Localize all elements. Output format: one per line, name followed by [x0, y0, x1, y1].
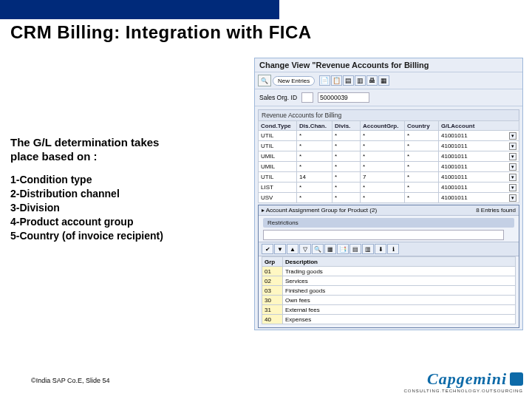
table-cell: * — [297, 183, 332, 193]
sheet2-icon[interactable]: ▤ — [349, 244, 361, 254]
value-help-icon[interactable]: ▾ — [509, 194, 516, 202]
table-cell: * — [405, 193, 439, 203]
table-row[interactable]: 03Finished goods — [262, 286, 516, 296]
layout-icon[interactable]: ▥ — [362, 244, 374, 254]
table-cell: * — [332, 193, 361, 203]
spade-icon — [510, 372, 523, 386]
list-item: 5-Country (of invoice recipient) — [10, 229, 195, 243]
table-cell: * — [405, 141, 439, 151]
new-entries-button[interactable]: New Entries — [273, 76, 315, 86]
table-cell: * — [332, 141, 361, 151]
sort-asc-icon[interactable]: ▲ — [287, 244, 299, 254]
table-row[interactable]: UMIL****41001011▾ — [259, 151, 519, 162]
table-row[interactable]: USV****41001011▾ — [259, 193, 519, 203]
table-cell: 41001011▾ — [439, 141, 519, 151]
pcol-desc: Description — [283, 257, 516, 267]
print-icon[interactable]: 🖶 — [366, 75, 378, 86]
table-row[interactable]: UTIL****41001011▾ — [259, 131, 519, 141]
sales-org-input[interactable] — [318, 92, 369, 103]
grp-cell: 02 — [262, 276, 283, 286]
table-row[interactable]: 02Services — [262, 276, 516, 286]
select-all-icon[interactable]: ▤ — [343, 75, 354, 86]
table-cell: * — [361, 162, 405, 172]
table-cell: * — [332, 172, 361, 183]
table-cell: * — [361, 131, 405, 141]
grp-cell: 01 — [262, 267, 283, 276]
main-table-title: Revenue Accounts for Billing — [258, 109, 519, 120]
table-row[interactable]: 40Expenses — [262, 315, 516, 324]
restrictions-label: Restrictions — [263, 218, 514, 228]
table-cell: 41001011▾ — [439, 162, 519, 172]
table-cell: * — [405, 172, 439, 183]
table-cell: 7 — [361, 172, 405, 183]
copy-icon[interactable]: 📄 — [319, 75, 330, 86]
table-cell: UMIL — [259, 151, 297, 162]
value-help-icon[interactable]: ▾ — [509, 174, 516, 181]
table-cell: * — [405, 183, 439, 193]
sales-org-label: Sales Org. ID — [259, 94, 297, 101]
restriction-input[interactable] — [263, 230, 504, 240]
table-row[interactable]: 01Trading goods — [262, 267, 516, 276]
slide-footer: ©India SAP Co.E, Slide 54 — [31, 377, 110, 384]
desc-cell: External fees — [283, 305, 516, 315]
grp-cell: 03 — [262, 286, 283, 296]
download-icon[interactable]: ⬇ — [375, 244, 386, 254]
window-title: Change View "Revenue Accounts for Billin… — [255, 58, 522, 72]
account-group-table: Grp Description 01Trading goods02Service… — [262, 256, 516, 324]
table-cell: UMIL — [259, 162, 297, 172]
columns-icon[interactable]: ▦ — [324, 244, 336, 254]
value-help-icon[interactable]: ▾ — [509, 163, 516, 171]
table-cell: * — [405, 151, 439, 162]
revenue-accounts-table: Cond.Type Dis.Chan. Divis. AccountGrp. C… — [258, 120, 519, 203]
table-cell: * — [332, 162, 361, 172]
table-cell: 14 — [297, 172, 332, 183]
desc-cell: Services — [283, 276, 516, 286]
table-cell: * — [405, 162, 439, 172]
logo-tagline: CONSULTING.TECHNOLOGY.OUTSOURCING — [404, 389, 523, 393]
table-cell: 41001011▾ — [439, 151, 519, 162]
expand-icon[interactable]: 🔍 — [258, 75, 271, 86]
sort-desc-icon[interactable]: ▽ — [299, 244, 311, 254]
check-icon[interactable]: ✔ — [262, 244, 273, 254]
col-dis-chan: Dis.Chan. — [297, 121, 332, 131]
list-item: 4-Product account group — [10, 215, 195, 229]
slide-title: CRM Billing: Integration with FICA — [10, 22, 312, 43]
grp-cell: 40 — [262, 315, 283, 324]
table-cell: * — [332, 131, 361, 141]
logo: Capgemini CONSULTING.TECHNOLOGY.OUTSOURC… — [404, 369, 523, 393]
table-cell: * — [332, 183, 361, 193]
deselect-icon[interactable]: ▥ — [355, 75, 366, 86]
table-row[interactable]: UMIL****41001011▾ — [259, 162, 519, 172]
sheet-icon[interactable]: ▦ — [378, 75, 389, 86]
find-icon[interactable]: 🔍 — [312, 244, 324, 254]
filter-icon[interactable]: ▼ — [274, 244, 286, 254]
sales-org-prefix-input[interactable] — [301, 92, 313, 103]
table-cell: 41001011▾ — [439, 183, 519, 193]
table-cell: * — [405, 131, 439, 141]
table-row[interactable]: LIST****41001011▾ — [259, 183, 519, 193]
table-row[interactable]: UTIL14*7*41001011▾ — [259, 172, 519, 183]
grp-cell: 31 — [262, 305, 283, 315]
table-cell: UTIL — [259, 172, 297, 183]
info-icon[interactable]: ℹ — [387, 244, 399, 254]
table-row[interactable]: UTIL****41001011▾ — [259, 141, 519, 151]
list-item: 1-Condition type — [10, 173, 195, 187]
personal-list-icon[interactable]: 📑 — [337, 244, 349, 254]
table-cell: * — [297, 131, 332, 141]
popup-header: ▸ Account Assignment Group for Product (… — [259, 205, 519, 216]
table-cell: * — [297, 162, 332, 172]
table-cell: UTIL — [259, 131, 297, 141]
value-help-icon[interactable]: ▾ — [509, 153, 516, 160]
list-item: 2-Distribution channel — [10, 187, 195, 201]
table-row[interactable]: 30Own fees — [262, 296, 516, 305]
popup-count: 8 Entries found — [476, 207, 516, 214]
table-cell: UTIL — [259, 141, 297, 151]
value-help-icon[interactable]: ▾ — [509, 143, 516, 150]
value-help-icon[interactable]: ▾ — [509, 132, 516, 140]
value-help-icon[interactable]: ▾ — [509, 184, 516, 191]
popup-toolbar: ✔ ▼ ▲ ▽ 🔍 ▦ 📑 ▤ ▥ ⬇ ℹ — [259, 242, 519, 256]
table-row[interactable]: 31External fees — [262, 305, 516, 315]
grp-cell: 30 — [262, 296, 283, 305]
clipboard-icon[interactable]: 📋 — [331, 75, 342, 86]
slide-subhead: The G/L determination takes place based … — [10, 136, 180, 164]
